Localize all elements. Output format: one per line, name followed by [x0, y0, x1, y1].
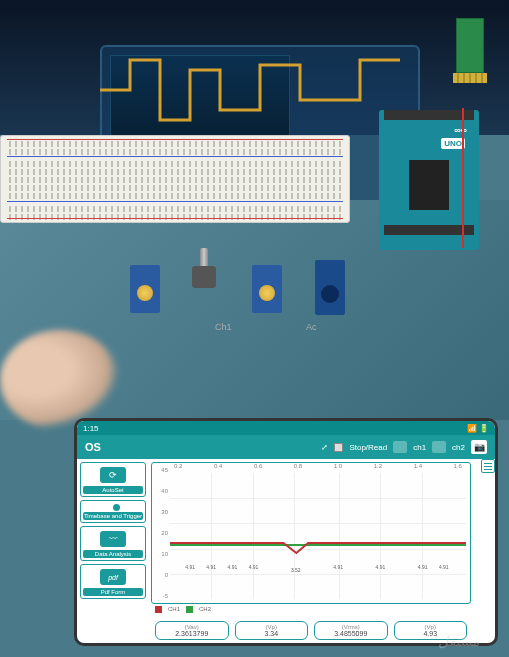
stats-row: (Vav)2.3613799(Vp)3.34(Vrms)3.4855099(Vp… [151, 614, 471, 646]
ch1-circuit-label: Ch1 [215, 322, 232, 332]
legend-ch1-label: CH1 [168, 606, 180, 612]
sidebar: ⟳ AutoSet Timebase and Trigger 〰 Data An… [77, 459, 149, 646]
wave-icon: 〰 [100, 531, 126, 547]
pdf-icon: pdf [100, 569, 126, 585]
sensor-module-2 [252, 265, 282, 313]
ch2-toggle[interactable] [432, 441, 446, 453]
app-title: OS [85, 441, 101, 453]
autoset-button[interactable]: ⟳ AutoSet [80, 462, 146, 497]
camera-button[interactable]: 📷 [471, 440, 487, 454]
status-icons: 📶 🔋 [467, 424, 489, 433]
breadboard [0, 135, 350, 223]
chart-legend: CH1 CH2 [151, 604, 471, 614]
data-analysis-button[interactable]: 〰 Data Analysis [80, 526, 146, 561]
bluetooth-pins [453, 73, 487, 83]
hand-photo [0, 330, 120, 430]
plot-area: 4.914.914.914.913.524.914.914.914.91 [170, 473, 466, 599]
phone-frame: 1:15 📶 🔋 OS ⤢ Stop/Read ch1 ch2 📷 ⟳ Auto… [74, 418, 498, 646]
legend-ch1-swatch [155, 606, 162, 613]
y-axis: 45403020100-5 [152, 463, 170, 603]
hamburger-menu-icon[interactable] [481, 459, 495, 473]
wire [452, 108, 464, 248]
arduino-board: ∞∞ UNO [379, 110, 479, 250]
stopread-checkbox[interactable] [334, 443, 343, 452]
pdf-form-button[interactable]: pdf Pdf Form [80, 564, 146, 599]
legend-ch2-label: CH2 [199, 606, 211, 612]
x-axis: 0.20.40.60.81.01.21.41.6 [170, 463, 466, 473]
ch2-label: ch2 [452, 443, 465, 452]
ch1-label: ch1 [413, 443, 426, 452]
legend-ch2-swatch [186, 606, 193, 613]
ch1-toggle[interactable] [393, 441, 407, 453]
potentiometer [190, 248, 218, 288]
relay-module [315, 260, 345, 315]
app-header: OS ⤢ Stop/Read ch1 ch2 📷 [77, 435, 495, 459]
stat-box: (Vav)2.3613799 [155, 621, 229, 640]
status-time: 1:15 [83, 424, 99, 433]
stopread-label: Stop/Read [349, 443, 387, 452]
timebase-trigger-button[interactable]: Timebase and Trigger [80, 500, 146, 523]
stat-box: (Vrms)3.4855099 [314, 621, 388, 640]
resize-icon[interactable]: ⤢ [321, 443, 328, 452]
refresh-icon: ⟳ [100, 467, 126, 483]
oscilloscope-chart[interactable]: 45403020100-5 0.20.40.60.81.01.21.41.6 4… [151, 462, 471, 604]
ac-circuit-label: Ac [306, 322, 317, 332]
status-bar: 1:15 📶 🔋 [77, 421, 495, 435]
stat-box: (Vp)3.34 [235, 621, 309, 640]
watermark: مستقل [438, 633, 479, 649]
bluetooth-module [456, 18, 484, 73]
sensor-module-1 [130, 265, 160, 313]
